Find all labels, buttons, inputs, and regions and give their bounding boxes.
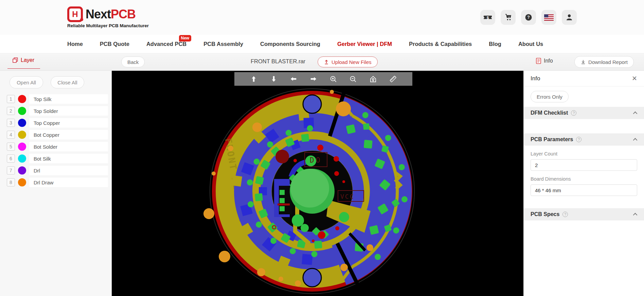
nav-products-capabilities[interactable]: Products & Capabilities (409, 41, 472, 47)
layer-sidebar: Open All Close All 1 Top Silk 2 Top Sold… (0, 71, 112, 296)
collapse-chevron-icon[interactable] (633, 213, 638, 217)
layer-color-swatch[interactable] (18, 178, 26, 186)
help-circle-icon[interactable]: ? (576, 137, 582, 142)
layer-color-swatch[interactable] (18, 131, 26, 139)
nav-home[interactable]: Home (67, 41, 83, 47)
viewer-toolbar: Layer Back FRONT BLASTER.rar Upload New … (0, 53, 644, 71)
header-actions: $ ? (480, 10, 577, 25)
pcb-board-render: FRONT BLASTER (112, 71, 523, 296)
reset-view-button[interactable] (369, 75, 377, 83)
nav-advanced-pcb[interactable]: Advanced PCB New (146, 41, 186, 47)
layer-color-swatch[interactable] (18, 154, 26, 163)
info-label[interactable]: Info (536, 58, 553, 64)
dfm-section-body (524, 119, 644, 133)
nav-about-us[interactable]: About Us (518, 41, 543, 47)
nav-gerber-viewer-dfm[interactable]: Gerber Viewer | DFM (337, 41, 392, 47)
layer-color-swatch[interactable] (18, 143, 26, 151)
gerber-canvas[interactable]: FRONT BLASTER (112, 71, 523, 296)
layer-color-swatch[interactable] (18, 107, 26, 115)
language-button[interactable] (541, 10, 556, 25)
section-pcb-parameters[interactable]: PCB Parameters ? (524, 133, 644, 146)
collapse-chevron-icon[interactable] (633, 111, 638, 116)
logo-wordmark: NextPCB (86, 7, 136, 21)
layer-row-drl[interactable]: 7 Drl (7, 166, 112, 175)
account-button[interactable] (562, 10, 577, 25)
silk-label-do: DO (310, 156, 322, 164)
section-pcb-specs[interactable]: PCB Specs ? (524, 208, 644, 220)
help-circle-icon[interactable]: ? (571, 110, 576, 116)
help-icon: ? (524, 13, 533, 21)
logo-tagline: Reliable Multilayer PCB Manufacturer (67, 23, 149, 28)
layer-row-top-solder[interactable]: 2 Top Solder (7, 106, 112, 116)
coupon-icon: $ (483, 14, 493, 21)
zoom-out-button[interactable] (349, 75, 358, 83)
info-panel: Info ✕ Errors Only DFM Checklist ? PCB P… (523, 71, 644, 296)
nav-pcb-quote[interactable]: PCB Quote (100, 41, 129, 47)
info-panel-title: Info (531, 75, 540, 82)
svg-text:$: $ (487, 16, 489, 20)
layer-count-label: Layer Count (531, 151, 637, 157)
open-all-button[interactable]: Open All (10, 76, 43, 88)
layer-color-swatch[interactable] (18, 166, 26, 175)
close-icon[interactable]: ✕ (632, 75, 637, 82)
document-icon (536, 58, 541, 64)
new-badge: New (179, 35, 192, 42)
user-icon (565, 13, 573, 21)
help-circle-icon[interactable]: ? (562, 212, 568, 217)
help-button[interactable]: ? (521, 10, 536, 25)
pcb-parameters-body: Layer Count Board Dimensions (524, 146, 644, 208)
move-left-icon (290, 75, 297, 83)
move-up-button[interactable] (249, 75, 258, 83)
main-nav: Home PCB Quote Advanced PCB New PCB Asse… (0, 35, 644, 53)
coupon-button[interactable]: $ (480, 10, 495, 25)
board-dimensions-label: Board Dimensions (531, 176, 637, 182)
home-icon (369, 75, 377, 83)
layer-color-swatch[interactable] (18, 119, 26, 127)
cart-button[interactable] (501, 10, 516, 25)
board-dimensions-input[interactable] (531, 184, 637, 196)
layer-row-top-silk[interactable]: 1 Top Silk (7, 94, 112, 104)
move-right-button[interactable] (309, 75, 318, 83)
silk-label-vcc: VCC (340, 193, 355, 200)
close-all-button[interactable]: Close All (51, 76, 84, 88)
layer-list: 1 Top Silk 2 Top Solder 3 Top Copper 4 B… (0, 94, 112, 187)
upload-new-files-button[interactable]: Upload New Files (318, 56, 378, 67)
logo-h-icon: H (67, 6, 83, 22)
move-up-icon (250, 75, 257, 83)
measure-ruler-icon (389, 75, 397, 83)
svg-text:?: ? (527, 15, 530, 20)
tab-layer[interactable]: Layer (12, 57, 34, 63)
layer-row-bot-solder[interactable]: 5 Bot Solder (7, 142, 112, 151)
errors-only-button[interactable]: Errors Only (531, 91, 569, 102)
nav-pcb-assembly[interactable]: PCB Assembly (203, 41, 243, 47)
zoom-out-icon (349, 75, 357, 83)
upload-icon (324, 59, 329, 65)
layer-row-drl-draw[interactable]: 8 Drl Draw (7, 178, 112, 187)
language-flag-us-icon (544, 14, 554, 21)
nav-blog[interactable]: Blog (489, 41, 501, 47)
canvas-toolbar (234, 72, 412, 86)
section-dfm-checklist[interactable]: DFM Checklist ? (524, 107, 644, 119)
tab-layer-underline (7, 68, 40, 69)
download-icon (580, 59, 586, 65)
layer-row-top-copper[interactable]: 3 Top Copper (7, 118, 112, 128)
move-left-button[interactable] (289, 75, 298, 83)
move-down-icon (270, 75, 278, 83)
zoom-in-button[interactable] (329, 75, 338, 83)
measure-button[interactable] (389, 75, 397, 83)
top-header: H NextPCB Reliable Multilayer PCB Manufa… (0, 0, 644, 35)
collapse-chevron-icon[interactable] (633, 138, 638, 142)
layer-row-bot-silk[interactable]: 6 Bot Silk (7, 154, 112, 163)
layer-count-input[interactable] (531, 159, 637, 171)
nav-components-sourcing[interactable]: Components Sourcing (260, 41, 320, 47)
layer-color-swatch[interactable] (18, 95, 26, 103)
move-down-button[interactable] (269, 75, 278, 83)
nextpcb-logo[interactable]: H NextPCB Reliable Multilayer PCB Manufa… (67, 6, 149, 28)
layer-row-bot-copper[interactable]: 4 Bot Copper (7, 130, 112, 139)
back-button[interactable]: Back (121, 56, 145, 67)
cart-icon (504, 13, 512, 21)
download-report-button[interactable]: Download Report (574, 56, 634, 68)
move-right-icon (310, 75, 317, 83)
uploaded-filename: FRONT BLASTER.rar (251, 58, 305, 65)
layers-icon (12, 57, 18, 63)
